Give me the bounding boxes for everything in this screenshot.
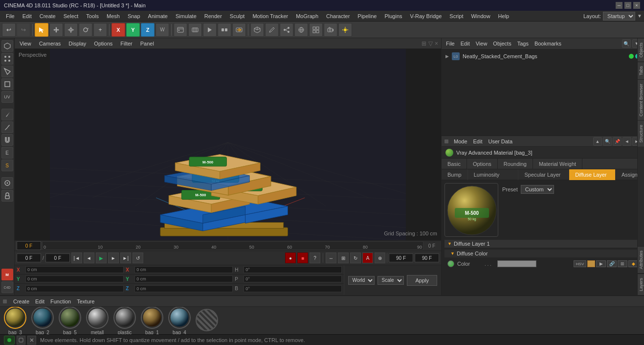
x-pos-input[interactable]: 0 cm <box>25 266 124 273</box>
layout-select[interactable]: Startup <box>603 12 635 21</box>
vtab-attributes[interactable]: Attributes <box>638 246 644 274</box>
vp-menu-cameras[interactable]: Cameras <box>37 41 63 46</box>
p-input[interactable]: 0° <box>244 276 342 282</box>
b-input[interactable]: 0° <box>244 285 342 292</box>
x-rot-input[interactable]: 0 cm <box>134 266 233 273</box>
undo-button[interactable]: ↩ <box>2 23 16 37</box>
light-view-button[interactable] <box>338 23 352 37</box>
tab-diffuse-layer1[interactable]: Diffuse Layer 1 <box>569 169 616 180</box>
mat-menu-texture[interactable]: Texture <box>75 299 96 304</box>
mat-thumb-metall[interactable]: metall <box>85 307 110 334</box>
mat-thumb-bag2[interactable]: bag_2 <box>30 307 55 334</box>
mat-thumb-bag1[interactable]: bag_1 <box>140 307 164 334</box>
stop-record-button[interactable]: ■ <box>297 253 308 263</box>
mode-points-button[interactable] <box>1 53 13 65</box>
grid-view-button[interactable] <box>309 23 323 37</box>
mode-object-button[interactable] <box>1 40 13 52</box>
vtab-content-browser[interactable]: Content Browser <box>638 79 644 120</box>
menu-pipeline[interactable]: Pipeline <box>354 11 380 22</box>
status-close-icon[interactable] <box>27 336 36 345</box>
lock-button[interactable] <box>1 190 13 202</box>
menu-file[interactable]: File <box>2 11 19 22</box>
pen-view-button[interactable] <box>265 23 279 37</box>
color-more-button[interactable]: ▶ <box>596 260 606 267</box>
frame-input-display[interactable]: 0 F <box>17 253 41 262</box>
menu-snap[interactable]: Snap <box>124 11 144 22</box>
object-visible-dot[interactable] <box>629 54 634 59</box>
om-menu-edit[interactable]: Edit <box>459 41 471 46</box>
play-button[interactable]: ▶ <box>96 253 107 263</box>
menu-simulate[interactable]: Simulate <box>172 11 200 22</box>
om-search-button[interactable]: 🔍 <box>622 39 631 48</box>
color-extra-button[interactable]: ⊞ <box>618 260 627 267</box>
menu-motion-tracker[interactable]: Motion Tracker <box>248 11 292 22</box>
help-button[interactable]: ? <box>310 253 320 263</box>
x-axis-button[interactable]: X <box>111 23 125 37</box>
z-rot-input[interactable]: 0 cm <box>134 285 233 292</box>
mode-poly-button[interactable] <box>1 78 13 90</box>
vtab-objects[interactable]: Objects <box>638 38 644 62</box>
tool-brush-button[interactable] <box>1 121 13 133</box>
status-icon2[interactable] <box>17 336 25 345</box>
apply-button[interactable]: Apply <box>407 275 437 286</box>
tab-bump[interactable]: Bump <box>442 169 468 180</box>
menu-sculpt[interactable]: Sculpt <box>226 11 249 22</box>
auto-key-button[interactable]: A <box>362 253 373 263</box>
z-pos-input[interactable]: 0 cm <box>25 285 124 292</box>
fps-display[interactable]: 90 F <box>415 253 439 262</box>
mat-menu-edit[interactable]: Edit <box>34 299 46 304</box>
camera-view-button[interactable] <box>324 23 337 37</box>
w-axis-button[interactable]: W <box>155 23 169 37</box>
menu-mesh[interactable]: Mesh <box>103 11 124 22</box>
attr-lock-btn[interactable]: 🔍 <box>603 137 612 146</box>
keyframe-button[interactable] <box>174 23 187 37</box>
mat-thumb-bag3[interactable]: bag_3 <box>3 307 27 334</box>
rotate-play-button[interactable]: ↻ <box>350 253 361 263</box>
menu-tools[interactable]: Tools <box>82 11 103 22</box>
mat-thumb-bag4[interactable]: bag_4 <box>167 307 192 334</box>
record-button[interactable] <box>203 23 217 37</box>
select-tool-button[interactable] <box>35 23 48 37</box>
layout-arrow[interactable]: ▼ <box>637 13 642 19</box>
timeline-ruler[interactable]: 0 10 20 30 40 50 60 70 80 90 <box>42 241 423 250</box>
start-frame-display[interactable]: 0 F <box>45 253 70 262</box>
attr-menu-edit[interactable]: Edit <box>472 138 484 144</box>
tab-basic[interactable]: Basic <box>442 159 467 169</box>
h-input[interactable]: 0° <box>244 266 342 273</box>
tool-magnet-button[interactable] <box>1 134 13 146</box>
scale-select[interactable]: Scale <box>378 276 404 285</box>
color-anim-button[interactable]: ◆ <box>628 260 638 267</box>
menu-script[interactable]: Script <box>445 11 467 22</box>
tab-luminosity[interactable]: Luminosity Layer <box>468 169 519 180</box>
close-button[interactable]: × <box>633 2 640 9</box>
tab-specular[interactable]: Specular Layer 1 <box>518 169 569 180</box>
skip-to-start-button[interactable]: |◄ <box>71 253 82 263</box>
attr-menu-userdata[interactable]: User Data <box>487 138 514 144</box>
menu-mograph[interactable]: MoGraph <box>292 11 322 22</box>
attr-nav-btn[interactable]: ◄ <box>622 137 631 146</box>
scale-tool-button[interactable] <box>64 23 78 37</box>
om-menu-view[interactable]: View <box>474 41 489 46</box>
step-back-button[interactable]: ◄ <box>84 253 94 263</box>
tab-material-weight[interactable]: Material Weight <box>533 159 582 169</box>
mode-edges-button[interactable] <box>1 66 13 77</box>
mat-menu-create[interactable]: Create <box>12 299 31 304</box>
record-btn[interactable]: ● <box>285 253 296 263</box>
color-mix-button[interactable] <box>587 260 595 267</box>
mat-thumb-bag5[interactable]: bag_5 <box>58 307 82 334</box>
diffuse-color-header[interactable]: ▼ Diffuse Color <box>444 250 641 257</box>
menu-character[interactable]: Character <box>322 11 354 22</box>
scale-play-button[interactable]: ⊞ <box>338 253 349 263</box>
vtab-layers[interactable]: Layers <box>638 274 644 295</box>
end-frame-input[interactable]: 90 F <box>389 253 413 262</box>
vp-menu-panel[interactable]: Panel <box>138 41 156 46</box>
attr-menu-mode[interactable]: Mode <box>452 138 469 144</box>
move-tool-button[interactable] <box>49 23 63 37</box>
vp-menu-display[interactable]: Display <box>67 41 88 46</box>
vp-fullscreen-button[interactable]: ▽ <box>428 40 433 47</box>
vp-menu-filter[interactable]: Filter <box>118 41 134 46</box>
color-link-button[interactable]: 🔗 <box>607 260 617 267</box>
tool-knife-button[interactable] <box>1 109 13 120</box>
mat-thumb-plastic[interactable]: plastic <box>112 307 137 334</box>
minimize-button[interactable]: ─ <box>616 2 622 9</box>
